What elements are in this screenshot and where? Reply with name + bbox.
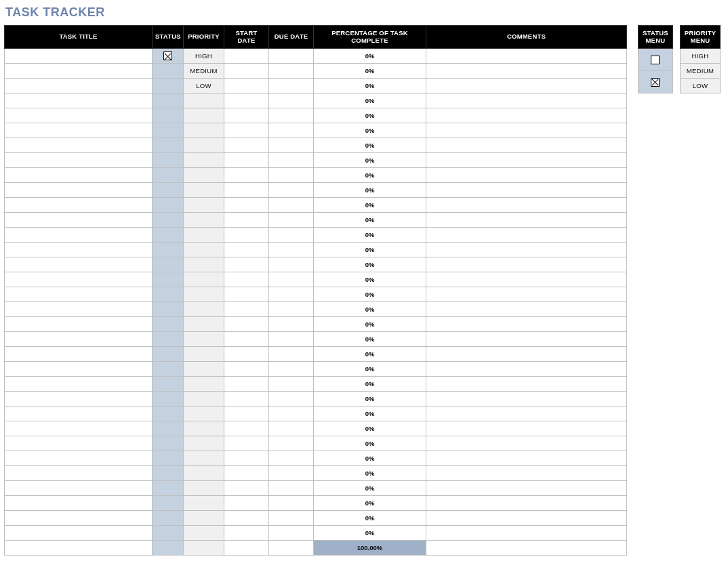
comments-cell[interactable]: [426, 183, 627, 198]
start-date-cell[interactable]: [224, 287, 269, 302]
comments-cell[interactable]: [426, 481, 627, 496]
status-cell[interactable]: [153, 466, 184, 481]
status-menu-item[interactable]: [639, 71, 673, 93]
start-date-cell[interactable]: [224, 49, 269, 64]
due-date-cell[interactable]: [269, 213, 314, 228]
comments-cell[interactable]: [426, 466, 627, 481]
task-title-cell[interactable]: [5, 49, 153, 64]
status-checkbox-icon[interactable]: [651, 78, 660, 87]
start-date-cell[interactable]: [224, 451, 269, 466]
comments-cell[interactable]: [426, 272, 627, 287]
status-cell[interactable]: [153, 49, 184, 64]
due-date-cell[interactable]: [269, 436, 314, 451]
due-date-cell[interactable]: [269, 511, 314, 526]
due-date-cell[interactable]: [269, 183, 314, 198]
comments-cell[interactable]: [426, 257, 627, 272]
task-title-cell[interactable]: [5, 198, 153, 213]
task-title-cell[interactable]: [5, 108, 153, 123]
status-cell[interactable]: [153, 362, 184, 377]
task-title-cell[interactable]: [5, 481, 153, 496]
priority-cell[interactable]: [184, 108, 224, 123]
task-title-cell[interactable]: [5, 272, 153, 287]
due-date-cell[interactable]: [269, 272, 314, 287]
due-date-cell[interactable]: [269, 198, 314, 213]
comments-cell[interactable]: [426, 287, 627, 302]
due-date-cell[interactable]: [269, 123, 314, 138]
comments-cell[interactable]: [426, 347, 627, 362]
due-date-cell[interactable]: [269, 332, 314, 347]
comments-cell[interactable]: [426, 406, 627, 421]
status-cell[interactable]: [153, 481, 184, 496]
due-date-cell[interactable]: [269, 49, 314, 64]
comments-cell[interactable]: [426, 64, 627, 79]
priority-cell[interactable]: [184, 153, 224, 168]
priority-cell[interactable]: HIGH: [184, 49, 224, 64]
status-cell[interactable]: [153, 243, 184, 257]
total-title-cell[interactable]: [5, 541, 153, 556]
total-status-cell[interactable]: [153, 541, 184, 556]
status-checkbox-icon[interactable]: [651, 56, 660, 64]
priority-cell[interactable]: [184, 123, 224, 138]
status-cell[interactable]: [153, 93, 184, 108]
priority-cell[interactable]: [184, 243, 224, 257]
due-date-cell[interactable]: [269, 362, 314, 377]
status-menu-item[interactable]: [639, 49, 673, 71]
status-cell[interactable]: [153, 183, 184, 198]
priority-cell[interactable]: [184, 228, 224, 243]
due-date-cell[interactable]: [269, 347, 314, 362]
due-date-cell[interactable]: [269, 243, 314, 257]
priority-cell[interactable]: [184, 421, 224, 436]
comments-cell[interactable]: [426, 451, 627, 466]
priority-menu-item[interactable]: HIGH: [680, 49, 720, 64]
comments-cell[interactable]: [426, 93, 627, 108]
priority-cell[interactable]: [184, 198, 224, 213]
task-title-cell[interactable]: [5, 183, 153, 198]
priority-cell[interactable]: [184, 526, 224, 541]
priority-cell[interactable]: [184, 466, 224, 481]
task-title-cell[interactable]: [5, 123, 153, 138]
start-date-cell[interactable]: [224, 168, 269, 183]
due-date-cell[interactable]: [269, 138, 314, 153]
priority-cell[interactable]: [184, 257, 224, 272]
priority-cell[interactable]: [184, 362, 224, 377]
start-date-cell[interactable]: [224, 436, 269, 451]
start-date-cell[interactable]: [224, 317, 269, 332]
start-date-cell[interactable]: [224, 228, 269, 243]
status-cell[interactable]: [153, 153, 184, 168]
due-date-cell[interactable]: [269, 466, 314, 481]
start-date-cell[interactable]: [224, 496, 269, 511]
task-title-cell[interactable]: [5, 496, 153, 511]
task-title-cell[interactable]: [5, 257, 153, 272]
start-date-cell[interactable]: [224, 377, 269, 392]
total-comments-cell[interactable]: [426, 541, 627, 556]
priority-cell[interactable]: [184, 377, 224, 392]
start-date-cell[interactable]: [224, 153, 269, 168]
comments-cell[interactable]: [426, 153, 627, 168]
status-cell[interactable]: [153, 108, 184, 123]
comments-cell[interactable]: [426, 243, 627, 257]
priority-cell[interactable]: [184, 168, 224, 183]
task-title-cell[interactable]: [5, 228, 153, 243]
priority-cell[interactable]: [184, 436, 224, 451]
total-priority-cell[interactable]: [184, 541, 224, 556]
priority-cell[interactable]: [184, 302, 224, 317]
task-title-cell[interactable]: [5, 466, 153, 481]
task-title-cell[interactable]: [5, 362, 153, 377]
priority-cell[interactable]: [184, 272, 224, 287]
priority-cell[interactable]: [184, 347, 224, 362]
status-cell[interactable]: [153, 302, 184, 317]
priority-cell[interactable]: [184, 511, 224, 526]
task-title-cell[interactable]: [5, 451, 153, 466]
due-date-cell[interactable]: [269, 287, 314, 302]
comments-cell[interactable]: [426, 138, 627, 153]
start-date-cell[interactable]: [224, 79, 269, 93]
comments-cell[interactable]: [426, 213, 627, 228]
start-date-cell[interactable]: [224, 123, 269, 138]
status-cell[interactable]: [153, 272, 184, 287]
status-cell[interactable]: [153, 451, 184, 466]
priority-cell[interactable]: [184, 332, 224, 347]
due-date-cell[interactable]: [269, 392, 314, 406]
comments-cell[interactable]: [426, 79, 627, 93]
status-cell[interactable]: [153, 123, 184, 138]
status-cell[interactable]: [153, 436, 184, 451]
